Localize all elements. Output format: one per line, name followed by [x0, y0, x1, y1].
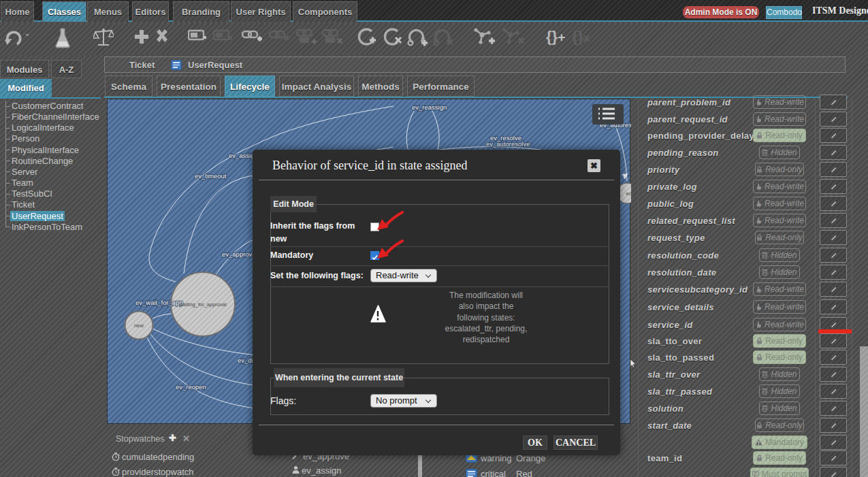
svg-text:ed: ed — [626, 191, 631, 197]
svg-text:waiting_for_approval: waiting_for_approval — [178, 301, 227, 308]
svg-text:ev_reopen: ev_reopen — [176, 383, 206, 391]
svg-text:ev_autoresolve: ev_autoresolve — [486, 140, 530, 148]
svg-text:ev_approve: ev_approve — [222, 250, 256, 258]
svg-text:ev_timeout: ev_timeout — [195, 172, 227, 180]
svg-text:new: new — [134, 323, 144, 329]
svg-text:ev_wait_for_app: ev_wait_for_app — [135, 299, 183, 306]
svg-text:ev_reassign: ev_reassign — [412, 103, 447, 111]
